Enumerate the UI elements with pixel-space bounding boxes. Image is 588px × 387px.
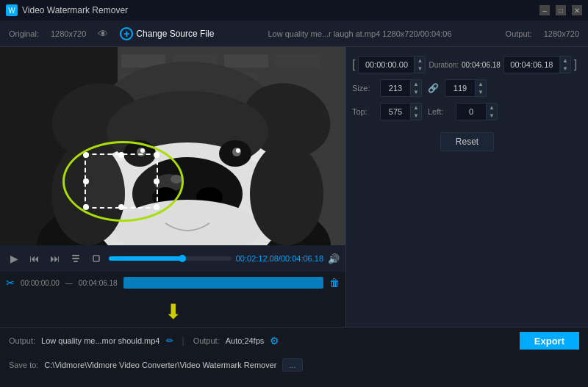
handle-top-middle[interactable] bbox=[118, 152, 124, 158]
selection-box[interactable] bbox=[85, 153, 158, 209]
time-display: 00:02:12.08/00:04:06.18 bbox=[236, 254, 323, 263]
handle-middle-left[interactable] bbox=[83, 178, 89, 184]
end-time-input[interactable] bbox=[504, 58, 559, 71]
start-time-spinners: ▲ ▼ bbox=[414, 57, 425, 73]
top-input[interactable] bbox=[381, 105, 410, 118]
clip-button[interactable] bbox=[68, 250, 84, 267]
size-height-input-group: ▲ ▼ bbox=[445, 79, 487, 97]
svg-rect-4 bbox=[224, 54, 268, 68]
bottom-row1: Output: Low quality me...mor should.mp4 … bbox=[0, 328, 588, 354]
size-height-up[interactable]: ▲ bbox=[476, 80, 486, 88]
size-width-down[interactable]: ▼ bbox=[411, 88, 421, 96]
timeline-separator: — bbox=[65, 279, 73, 287]
handle-bottom-left[interactable] bbox=[83, 204, 89, 210]
end-time-up[interactable]: ▲ bbox=[560, 57, 570, 65]
progress-fill bbox=[109, 256, 182, 261]
bracket-close: ] bbox=[574, 58, 577, 71]
size-width-spinners: ▲ ▼ bbox=[410, 80, 421, 96]
top-up[interactable]: ▲ bbox=[411, 104, 421, 112]
left-down[interactable]: ▼ bbox=[487, 112, 497, 120]
handle-bottom-right[interactable] bbox=[154, 204, 159, 210]
size-width-up[interactable]: ▲ bbox=[411, 80, 421, 88]
duration-label: Duration: bbox=[429, 61, 459, 69]
crop-button[interactable] bbox=[88, 250, 104, 267]
left-input-group: ▲ ▼ bbox=[456, 103, 498, 120]
app-icon: W bbox=[6, 4, 18, 16]
edit-output-icon[interactable]: ✏ bbox=[166, 336, 173, 346]
svg-rect-31 bbox=[72, 258, 79, 259]
svg-point-18 bbox=[171, 175, 182, 184]
left-up[interactable]: ▲ bbox=[487, 104, 497, 112]
progress-thumb[interactable] bbox=[179, 255, 186, 262]
save-to-label: Save to: bbox=[9, 361, 38, 369]
scissors-icon: ✂ bbox=[6, 277, 15, 289]
bracket-open: [ bbox=[352, 58, 355, 71]
browse-button[interactable]: ... bbox=[282, 358, 302, 372]
top-spinners: ▲ ▼ bbox=[410, 104, 421, 120]
size-label: Size: bbox=[352, 84, 374, 93]
duration-value: 00:04:06.18 bbox=[462, 61, 501, 69]
maximize-button[interactable]: □ bbox=[556, 5, 566, 15]
output-label: Output: bbox=[9, 336, 35, 345]
separator: | bbox=[182, 336, 184, 346]
add-circle-icon: + bbox=[120, 27, 133, 40]
change-source-button[interactable]: + Change Source File bbox=[120, 27, 214, 40]
right-panel: [ ▲ ▼ Duration: 00:04:06.18 ▲ ▼ ] Size bbox=[345, 47, 588, 327]
title-bar: W Video Watermark Remover – □ ✕ bbox=[0, 0, 588, 21]
original-label: Original: bbox=[9, 29, 39, 38]
timeline-start: 00:00:00.00 bbox=[21, 279, 60, 287]
start-time-up[interactable]: ▲ bbox=[415, 57, 425, 65]
output-label: Output: bbox=[506, 29, 532, 38]
left-input[interactable] bbox=[456, 105, 486, 118]
minimize-button[interactable]: – bbox=[539, 5, 550, 15]
top-bar: Original: 1280x720 👁 + Change Source Fil… bbox=[0, 21, 588, 47]
reset-button[interactable]: Reset bbox=[440, 132, 494, 151]
size-height-input[interactable] bbox=[445, 82, 475, 95]
top-label: Top: bbox=[352, 107, 374, 116]
output-file: Low quality me...mor should.mp4 bbox=[41, 336, 159, 345]
handle-top-left[interactable] bbox=[83, 152, 89, 158]
next-frame-button[interactable]: ⏭ bbox=[47, 250, 63, 267]
size-height-spinners: ▲ ▼ bbox=[475, 80, 486, 96]
play-button[interactable]: ▶ bbox=[6, 250, 22, 267]
video-preview bbox=[0, 47, 345, 245]
size-width-input[interactable] bbox=[381, 82, 410, 95]
timeline-strip: ✂ 00:00:00.00 — 00:04:06.18 🗑 bbox=[0, 272, 345, 294]
export-button[interactable]: Export bbox=[520, 332, 579, 350]
svg-rect-32 bbox=[74, 261, 78, 262]
timeline-bar[interactable] bbox=[123, 277, 323, 289]
settings-icon[interactable]: ⚙ bbox=[270, 335, 279, 347]
bottom-bar: Output: Low quality me...mor should.mp4 … bbox=[0, 327, 588, 387]
app-title: Video Watermark Remover bbox=[22, 5, 128, 15]
handle-middle-right[interactable] bbox=[154, 178, 159, 184]
title-bar-left: W Video Watermark Remover bbox=[6, 4, 128, 16]
start-time-down[interactable]: ▼ bbox=[415, 65, 425, 73]
video-frame bbox=[0, 47, 345, 245]
timeline-end: 00:04:06.18 bbox=[79, 279, 118, 287]
svg-point-26 bbox=[236, 148, 240, 153]
controls-bar: ▶ ⏮ ⏭ 00:02:12.08/00:04:06.18 🔊 bbox=[0, 245, 345, 272]
handle-bottom-middle[interactable] bbox=[118, 204, 124, 210]
left-label: Left: bbox=[428, 107, 450, 116]
delete-segment-icon[interactable]: 🗑 bbox=[329, 277, 340, 289]
top-down[interactable]: ▼ bbox=[411, 112, 421, 120]
handle-top-right[interactable] bbox=[154, 152, 159, 158]
start-time-input[interactable] bbox=[359, 58, 414, 71]
svg-point-29 bbox=[250, 142, 323, 245]
bottom-row2: Save to: C:\Vidmore\Vidmore Video Conver… bbox=[0, 354, 588, 376]
size-height-down[interactable]: ▼ bbox=[476, 88, 486, 96]
change-source-label: Change Source File bbox=[136, 29, 214, 39]
main-content: ▶ ⏮ ⏭ 00:02:12.08/00:04:06.18 🔊 bbox=[0, 47, 588, 327]
close-button[interactable]: ✕ bbox=[572, 5, 582, 15]
save-path: C:\Vidmore\Vidmore Video Converter\Video… bbox=[44, 361, 276, 369]
svg-rect-5 bbox=[276, 54, 320, 68]
end-time-down[interactable]: ▼ bbox=[560, 65, 570, 73]
volume-icon[interactable]: 🔊 bbox=[328, 253, 340, 264]
prev-frame-button[interactable]: ⏮ bbox=[26, 250, 43, 267]
progress-bar[interactable] bbox=[109, 256, 232, 261]
end-time-spinners: ▲ ▼ bbox=[559, 57, 570, 73]
eye-icon[interactable]: 👁 bbox=[98, 28, 108, 40]
file-info: Low quality me...r laugh at.mp4 1280x720… bbox=[226, 29, 493, 38]
export-area: Export bbox=[520, 332, 579, 350]
start-time-input-group: ▲ ▼ bbox=[358, 56, 426, 73]
